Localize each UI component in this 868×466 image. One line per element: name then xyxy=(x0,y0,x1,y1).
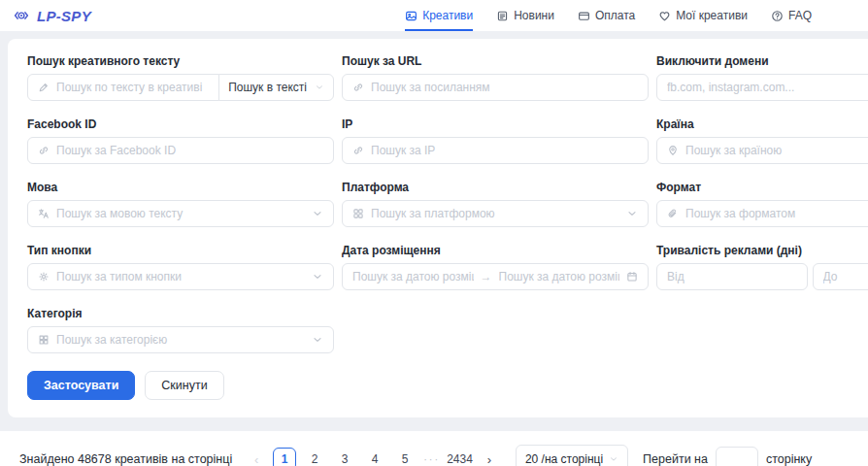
input-placeholder: Пошук за типом кнопки xyxy=(56,270,305,283)
page-3[interactable]: 3 xyxy=(333,448,356,466)
apply-button[interactable]: Застосувати xyxy=(27,371,135,400)
nav-label: Мої креативи xyxy=(676,9,748,22)
field-label: Країна xyxy=(656,117,868,131)
chevron-down-icon xyxy=(312,208,323,219)
field-ip: IP Пошук за IP xyxy=(342,117,649,164)
nav-item-payment[interactable]: Оплата xyxy=(578,0,635,31)
url-input[interactable]: Пошук за посиланням xyxy=(342,74,649,101)
brand-logo[interactable]: LP-SPY xyxy=(12,8,91,24)
field-label: IP xyxy=(342,117,649,131)
category-select[interactable]: Пошук за категорією xyxy=(27,326,334,353)
select-value: Пошук в тексті xyxy=(228,81,307,94)
field-facebook-id: Facebook ID Пошук за Facebook ID xyxy=(27,117,334,164)
country-select[interactable]: Пошук за країною xyxy=(656,137,868,164)
field-label: Платформа xyxy=(342,181,649,194)
language-select[interactable]: Пошук за мовою тексту xyxy=(27,200,334,227)
pagination-next[interactable]: › xyxy=(480,452,499,466)
brand-name: LP-SPY xyxy=(37,8,91,24)
heart-icon xyxy=(658,10,671,22)
input-placeholder: Пошук за категорією xyxy=(56,333,305,347)
input-placeholder: Пошук за IP xyxy=(371,144,638,157)
field-category: Категорія Пошук за категорією xyxy=(27,307,334,353)
platform-select[interactable]: Пошук за платформою xyxy=(342,200,649,227)
field-label: Формат xyxy=(656,181,868,194)
filter-panel: Пошук креативного тексту Пошук по тексту… xyxy=(8,39,868,417)
nav-item-my-creatives[interactable]: Мої креативи xyxy=(658,0,748,31)
map-pin-icon xyxy=(667,145,679,156)
nav-item-faq[interactable]: FAQ xyxy=(771,0,812,31)
page-size-select[interactable]: 20 /на сторінці xyxy=(516,445,628,466)
input-placeholder: Пошук за форматом xyxy=(685,207,868,220)
main-nav: Креативи Новини Оплата Мої креативи FAQ xyxy=(405,0,812,31)
field-label: Пошук креативного тексту xyxy=(27,54,334,68)
spy-eye-icon xyxy=(12,8,31,23)
field-platform: Платформа Пошук за платформою xyxy=(342,181,649,227)
goto-page: Перейти на сторінку xyxy=(643,447,812,466)
page-2[interactable]: 2 xyxy=(303,448,326,466)
reset-button[interactable]: Скинути xyxy=(145,371,223,400)
link-icon xyxy=(38,145,50,156)
field-duration: Тривалість реклами (дні) Від До xyxy=(656,244,868,290)
card-icon xyxy=(578,10,590,22)
nav-label: Креативи xyxy=(422,9,473,22)
date-range-picker[interactable]: Пошук за датою розміщення → Пошук за дат… xyxy=(342,263,649,290)
field-label: Пошук за URL xyxy=(342,54,649,68)
category-icon xyxy=(38,334,50,346)
question-icon xyxy=(771,10,784,22)
field-label: Тривалість реклами (дні) xyxy=(656,244,868,257)
link-icon xyxy=(352,82,364,93)
results-summary: Знайдено 48678 креативів на сторінці xyxy=(19,452,232,466)
field-date-placed: Дата розміщення Пошук за датою розміщенн… xyxy=(342,244,649,290)
field-format: Формат Пошук за форматом xyxy=(656,181,868,227)
link-icon xyxy=(352,145,364,156)
field-exclude-domains: Виключити домени fb.com, instagram.com..… xyxy=(656,54,868,101)
input-placeholder: До xyxy=(823,270,868,283)
page-last[interactable]: 2434 xyxy=(447,448,473,466)
field-creative-text: Пошук креативного тексту Пошук по тексту… xyxy=(27,54,334,101)
text-search-mode-select[interactable]: Пошук в тексті xyxy=(218,74,334,101)
pencil-icon xyxy=(38,82,50,93)
page-4[interactable]: 4 xyxy=(363,448,386,466)
creative-text-input[interactable]: Пошук по тексту в креативі xyxy=(27,74,219,101)
nav-item-creatives[interactable]: Креативи xyxy=(405,0,473,31)
facebook-id-input[interactable]: Пошук за Facebook ID xyxy=(27,137,334,164)
duration-to-input[interactable]: До xyxy=(813,263,868,290)
field-label: Виключити домени xyxy=(656,54,868,68)
page-size-value: 20 /на сторінці xyxy=(525,452,603,466)
input-placeholder: Пошук за платформою xyxy=(371,207,619,220)
pagination-ellipsis[interactable]: ··· xyxy=(423,453,440,465)
page-1[interactable]: 1 xyxy=(273,448,296,466)
header: LP-SPY Креативи Новини Оплата Мої креати… xyxy=(0,0,868,31)
page-5[interactable]: 5 xyxy=(393,448,417,466)
input-placeholder: Пошук за Facebook ID xyxy=(56,144,323,157)
date-from-placeholder: Пошук за датою розміщення xyxy=(352,270,474,283)
nav-label: Оплата xyxy=(595,9,635,22)
chevron-down-icon xyxy=(312,334,323,346)
field-url: Пошук за URL Пошук за посиланням xyxy=(342,54,649,101)
field-label: Тип кнопки xyxy=(27,244,334,257)
image-icon xyxy=(405,10,417,22)
date-to-placeholder: Пошук за датою розміщення xyxy=(499,270,620,283)
input-placeholder: Від xyxy=(667,270,797,283)
goto-suffix: сторінку xyxy=(766,452,812,466)
goto-label: Перейти на xyxy=(643,452,708,466)
nav-label: Новини xyxy=(514,9,554,22)
button-type-select[interactable]: Пошук за типом кнопки xyxy=(27,263,334,290)
paperclip-icon xyxy=(667,208,679,219)
news-icon xyxy=(496,10,509,22)
ip-input[interactable]: Пошук за IP xyxy=(342,137,649,164)
field-country: Країна Пошук за країною xyxy=(656,117,868,164)
chevron-down-icon xyxy=(626,208,638,219)
field-label: Facebook ID xyxy=(27,117,334,131)
input-placeholder: Пошук за мовою тексту xyxy=(56,207,305,220)
chevron-down-icon xyxy=(312,271,323,283)
exclude-domains-input[interactable]: fb.com, instagram.com... xyxy=(656,74,868,101)
platform-icon xyxy=(352,208,364,219)
nav-item-news[interactable]: Новини xyxy=(496,0,554,31)
goto-page-input[interactable] xyxy=(716,447,758,466)
format-select[interactable]: Пошук за форматом xyxy=(656,200,868,227)
duration-from-input[interactable]: Від xyxy=(656,263,808,290)
pagination-prev[interactable]: ‹ xyxy=(247,452,266,466)
results-bar: Знайдено 48678 креативів на сторінці ‹ 1… xyxy=(0,431,868,466)
field-label: Дата розміщення xyxy=(342,244,649,257)
